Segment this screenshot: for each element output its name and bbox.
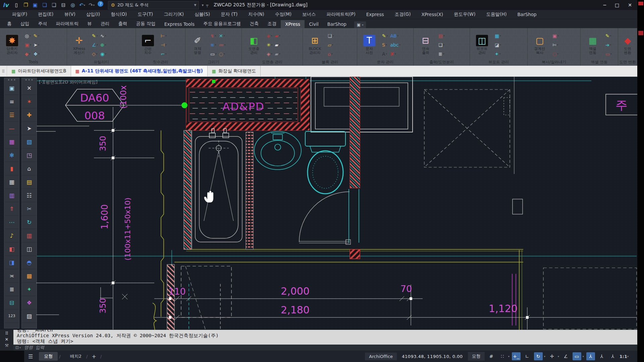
menu-item-11[interactable]: 보너스 [297, 10, 321, 19]
toilet[interactable] [305, 131, 345, 194]
ribbon-panel-title-2[interactable]: 칫수관리 [136, 60, 185, 66]
snap-tracking-icon[interactable]: ▭ [573, 352, 581, 360]
ribbon-small-icon-4-2[interactable]: ◈▾ [266, 49, 273, 58]
toolbar-col2-button-4[interactable]: ▧ [22, 135, 37, 148]
ribbon-small-icon-4-5[interactable]: ▰▾ [274, 49, 281, 58]
ribbon-small-icon-1-2[interactable]: ◇▾ [91, 49, 99, 58]
space-toggle[interactable]: 모형 [468, 352, 485, 361]
ribbon-small-icon-7-1[interactable]: ❏▾ [438, 40, 445, 49]
toolbar-col1-button-3[interactable]: — [4, 122, 19, 135]
toolbar-col2-button-14[interactable]: ▩ [22, 269, 37, 283]
ribbon-small-icon-6-4[interactable]: abc▾ [389, 40, 401, 49]
ribbon-small-icon-2-0[interactable]: ⊢▾ [160, 31, 167, 40]
ribbon-panel-title-11[interactable]: 도면 변환 [618, 60, 637, 66]
bathtub[interactable] [195, 129, 242, 242]
ribbon-big-button-1[interactable]: ✛XPress계산기 [69, 35, 89, 55]
annotation-scale[interactable]: 1:1▾ [620, 354, 629, 359]
toolbar-col2-button-10[interactable]: ↻ [22, 216, 37, 229]
menu-item-16[interactable]: 윈도우(W) [448, 10, 481, 19]
menu-item-4[interactable]: 형식(O) [105, 10, 132, 19]
preview-icon[interactable]: ◎ [68, 1, 77, 9]
ribbon-small-icon-6-0[interactable]: ✎▾ [381, 31, 388, 40]
ribbon-small-icon-0-4[interactable]: ➤▾ [33, 40, 40, 49]
ucs-icon-3[interactable]: ⅄ [608, 352, 617, 360]
copy-icon[interactable]: ❑ [49, 1, 58, 9]
toolbar-col1-button-6[interactable]: ▮ [4, 162, 19, 175]
command-history[interactable]: 명령: _AhArch ArchiOffice XPress Version 2… [13, 330, 637, 345]
ribbon-small-icon-4-1[interactable]: ✳▾ [266, 40, 273, 49]
toolbar-col1-button-7[interactable]: ▦ [4, 175, 19, 189]
ribbon-small-icon-7-2[interactable]: ≣▾ [438, 49, 445, 58]
maximize-button[interactable]: □ [615, 2, 619, 8]
ribbon-small-icon-0-2[interactable]: ◆▾ [24, 49, 32, 58]
layout-menu-icon[interactable]: ☰ [28, 353, 33, 360]
new-layout-button[interactable]: + [92, 353, 96, 360]
save-all-icon[interactable]: ❏ [40, 1, 49, 9]
ribbon-tab-7[interactable]: 공동 작업 [132, 19, 160, 28]
ribbon-small-icon-0-3[interactable]: ✎▾ [33, 31, 40, 40]
ribbon-small-icon-3-3[interactable]: ✕▾ [218, 31, 226, 40]
ribbon-small-icon-10-1[interactable]: ➔▾ [605, 40, 612, 49]
toolbar-col1-button-11[interactable]: ♪ [4, 229, 19, 242]
ribbon-big-button-0[interactable]: ✸단축키관리자 [2, 35, 22, 55]
ribbon-small-icon-3-5[interactable]: ◌▾ [218, 49, 226, 58]
ribbon-small-icon-0-1[interactable]: ▣▾ [24, 40, 32, 49]
toolbar-col1-button-10[interactable]: ⋯ [4, 216, 19, 229]
ribbon-tab-1[interactable]: 삽입 [16, 19, 34, 28]
menu-item-7[interactable]: 심볼(S) [189, 10, 215, 19]
ribbon-small-icon-4-0[interactable]: ◈▾ [266, 31, 273, 40]
ribbon-panel-title-9[interactable]: 복사/잘라내기 [528, 60, 580, 66]
ribbon-big-button-5[interactable]: ⊞BLOCK관리자 [305, 35, 325, 55]
menu-item-3[interactable]: 삽입(I) [81, 10, 106, 19]
ribbon-small-icon-8-0[interactable]: ▦▾ [494, 31, 502, 40]
toolbar-col2-button-1[interactable]: ✶ [22, 95, 37, 108]
ribbon-tab-0[interactable]: 홈 [3, 19, 16, 28]
toolbar-col2-button-5[interactable]: ◳ [22, 148, 37, 162]
doc-tab-1[interactable]: ▦A-11 단위세대 평면도 (46T 측세대형,일반형,측발코니형) [71, 66, 208, 76]
ribbon-small-icon-8-2[interactable]: ✦▾ [494, 49, 502, 58]
model-tab[interactable]: 모형 [39, 352, 58, 361]
menu-item-2[interactable]: 뷰(V) [59, 10, 80, 19]
ribbon-big-button-6[interactable]: T문자사전 [360, 35, 379, 55]
menu-item-9[interactable]: 치수(N) [243, 10, 270, 19]
command-close-icon[interactable]: ✕ [5, 337, 9, 342]
command-grip-icon[interactable]: ⠿ [5, 331, 8, 336]
ribbon-big-button-3[interactable]: ✐객체명령 [188, 35, 207, 55]
toolbar-col2-button-16[interactable]: ❖ [22, 296, 37, 309]
ribbon-small-icon-10-2[interactable]: ▭▾ [605, 49, 612, 58]
closet-dashed[interactable] [424, 89, 510, 167]
menu-item-1[interactable]: 편집(E) [33, 10, 59, 19]
ribbon-tab-3[interactable]: 파라메트릭 [52, 19, 83, 28]
ribbon-small-icon-3-1[interactable]: ≋▾ [210, 40, 217, 49]
menu-item-14[interactable]: 조경(G) [389, 10, 416, 19]
ribbon-panel-title-0[interactable]: Tools [0, 60, 67, 66]
ribbon-tab-11[interactable]: 조경 [263, 19, 281, 28]
ribbon-small-icon-1-3[interactable]: ∿▾ [100, 31, 107, 40]
ribbon-small-icon-0-5[interactable]: ❖▾ [33, 49, 40, 58]
toolbar-col2-button-12[interactable]: ◫ [22, 242, 37, 256]
ribbon-tab-13[interactable]: Civil [305, 20, 323, 28]
toolbar-col1-button-12[interactable]: ◧ [4, 242, 19, 256]
ortho-toggle-icon[interactable]: ∟ [523, 352, 532, 360]
ribbon-small-icon-10-0[interactable]: ✎▾ [605, 31, 612, 40]
menu-item-13[interactable]: Express [361, 10, 389, 19]
callout-bubble[interactable]: DA60 008 [65, 89, 124, 122]
undo-icon[interactable]: ↶▾ [77, 1, 87, 9]
grid-toggle-icon[interactable]: # [487, 352, 496, 360]
toolbar-col2-button-3[interactable]: ➤ [22, 122, 37, 135]
viewport-label[interactable]: [-][평면도][2D 와이어프레임] [39, 79, 98, 84]
ribbon-tab-6[interactable]: 출력 [114, 19, 132, 28]
chevron-down-icon[interactable]: ▾ [544, 355, 545, 358]
menu-item-0[interactable]: 파일(F) [7, 10, 33, 19]
ribbon-small-icon-3-2[interactable]: ▭▾ [210, 49, 217, 58]
ribbon-big-button-11[interactable]: ◆도면변환 [621, 35, 635, 55]
toolbar-col2-button-13[interactable]: ◓ [22, 256, 37, 269]
ribbon-small-icon-9-0[interactable]: ▣▾ [552, 31, 559, 40]
toolbar-col2-button-2[interactable]: ✚ [22, 108, 37, 122]
toolbar-col1-button-16[interactable]: ⊟ [4, 296, 19, 309]
room-label-box[interactable]: 주 [606, 94, 637, 115]
ribbon-small-icon-6-2[interactable]: A▾ [381, 49, 388, 58]
menu-item-6[interactable]: 그리기(K) [158, 10, 189, 19]
command-input[interactable]: ⊡ ▾ 명령 입력 [13, 345, 637, 351]
ribbon-big-button-8[interactable]: ◫뷰포트관리 [472, 35, 492, 55]
